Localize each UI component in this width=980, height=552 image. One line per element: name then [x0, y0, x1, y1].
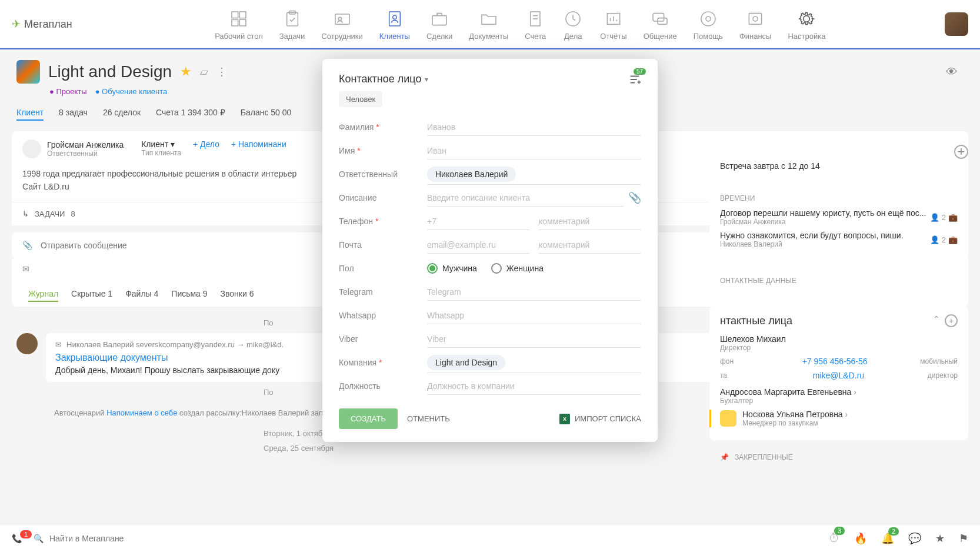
svg-point-24 — [753, 16, 758, 21]
nav-tasks[interactable]: Задачи — [279, 8, 305, 41]
excel-icon: X — [559, 414, 570, 424]
right-panel: + Встреча завтра с 12 до 14 времени Дого… — [709, 153, 968, 467]
modal-title[interactable]: Контактное лицо ▾ — [339, 73, 428, 85]
client-avatar — [16, 60, 40, 84]
nav-desktop[interactable]: Рабочий стол — [215, 8, 263, 41]
clock-icon — [562, 8, 584, 29]
tag-icon[interactable]: ▱ — [200, 65, 208, 78]
tab-bills[interactable]: Счета 1 394 300 ₽ — [156, 108, 225, 121]
comment-icon[interactable]: 💬 — [908, 532, 921, 545]
contact-3-avatar — [720, 410, 736, 427]
email-input[interactable] — [427, 237, 529, 254]
phone-comment-input[interactable] — [539, 213, 641, 230]
tag-education[interactable]: ● Обучение клиента — [95, 87, 168, 96]
import-list-button[interactable]: X ИМПОРТ СПИСКА — [559, 414, 641, 424]
svg-rect-10 — [432, 15, 446, 25]
responsible-name: Гройсман Анжелика — [47, 140, 124, 149]
nav-finance[interactable]: Финансы — [739, 8, 772, 41]
eye-icon[interactable]: 👁 — [946, 65, 958, 79]
email-comment-input[interactable] — [539, 237, 641, 254]
attach-icon[interactable]: 📎 — [22, 241, 32, 250]
tab-hidden[interactable]: Скрытые 1 — [71, 289, 112, 302]
contact-1-name[interactable]: Шелехов Михаил — [720, 334, 958, 344]
position-input[interactable] — [427, 378, 641, 395]
nav-deals[interactable]: Сделки — [426, 8, 452, 41]
client-type[interactable]: Клиент ▾ — [141, 139, 181, 149]
tasks-arrow-icon: ↳ — [22, 210, 29, 218]
collapse-icon[interactable]: ⌃ — [933, 314, 940, 327]
nav-clients[interactable]: Клиенты — [379, 8, 410, 41]
more-icon[interactable]: ⋮ — [216, 65, 227, 78]
firstname-input[interactable] — [427, 142, 641, 159]
pin-icon: 📌 — [720, 453, 729, 461]
viber-input[interactable] — [427, 331, 641, 348]
lastname-input[interactable] — [427, 119, 641, 136]
tab-calls[interactable]: Звонки 6 — [221, 289, 254, 302]
filter-button[interactable]: 57 — [628, 73, 641, 88]
star-bottom-icon[interactable]: ★ — [935, 532, 945, 545]
whatsapp-input[interactable] — [427, 307, 641, 324]
tab-journal[interactable]: Журнал — [28, 289, 58, 302]
contact-3-name[interactable]: Носкова Ульяна Петровна › — [742, 410, 958, 419]
phone-input[interactable] — [427, 213, 529, 230]
svg-rect-2 — [232, 19, 238, 26]
contact-2-name[interactable]: Андросова Маргарита Евгеньевна › — [720, 387, 958, 397]
logo[interactable]: ✈ Мегаплан — [12, 18, 72, 31]
person-icon: 👤 — [930, 213, 939, 222]
telegram-input[interactable] — [427, 284, 641, 301]
global-search-input[interactable] — [49, 534, 528, 543]
tab-tasks[interactable]: 8 задач — [59, 108, 88, 121]
tab-letters[interactable]: Письма 9 — [171, 289, 207, 302]
without-time-item-1[interactable]: Договор перешли нашему юристу, пусть он … — [720, 208, 930, 218]
star-icon[interactable]: ★ — [180, 64, 192, 79]
grid-icon — [228, 8, 249, 29]
add-deal-link[interactable]: + Дело — [193, 139, 219, 149]
cancel-button[interactable]: ОТМЕНИТЬ — [407, 414, 450, 423]
type-chip[interactable]: Человек — [339, 91, 382, 107]
gender-female-radio[interactable]: Женщина — [491, 263, 544, 274]
search-icon: 🔍 — [34, 534, 44, 543]
chart-icon — [603, 8, 624, 29]
email-icon[interactable]: ✉ — [22, 264, 29, 274]
nav-chat[interactable]: Общение — [644, 8, 677, 41]
entry-avatar — [16, 333, 38, 354]
svg-point-7 — [338, 17, 341, 20]
notifications-button[interactable]: 🔔 2 — [881, 532, 894, 545]
add-contact-button[interactable]: + — [945, 314, 958, 327]
fire-icon[interactable]: 🔥 — [854, 532, 867, 545]
nav-bills[interactable]: Счета — [525, 8, 546, 41]
tab-client[interactable]: Клиент — [16, 108, 44, 121]
company-chip[interactable]: Light and Design — [427, 355, 505, 370]
nav-affairs[interactable]: Дела — [562, 8, 584, 41]
nav-settings[interactable]: Настройка — [788, 8, 825, 41]
add-reminder-link[interactable]: + Напоминани — [231, 139, 286, 149]
responsible-chip[interactable]: Николаев Валерий — [427, 167, 516, 182]
contact-phone[interactable]: +7 956 456-56-56 — [749, 357, 920, 366]
description-input[interactable] — [427, 189, 624, 207]
svg-rect-23 — [749, 13, 762, 24]
contact-email[interactable]: mike@L&D.ru — [749, 371, 928, 380]
tag-projects[interactable]: ● Проекты — [49, 87, 87, 96]
nav-documents[interactable]: Документы — [469, 8, 508, 41]
page-title: Light and Design — [48, 62, 172, 81]
create-button[interactable]: СОЗДАТЬ — [339, 408, 398, 429]
nav-reports[interactable]: Отчёты — [600, 8, 626, 41]
attach-button[interactable]: 📎 — [628, 191, 641, 204]
responsible-avatar — [22, 139, 41, 158]
safe-icon — [745, 8, 766, 29]
add-plan-button[interactable]: + — [954, 145, 968, 159]
without-time-item-2[interactable]: Нужно ознакомится, если будут вопросы, п… — [720, 231, 930, 240]
flag-icon[interactable]: ⚑ — [959, 532, 968, 545]
gender-male-radio[interactable]: Мужчина — [427, 263, 477, 274]
nav-help[interactable]: Помощь — [694, 8, 723, 41]
nav-employees[interactable]: Сотрудники — [321, 8, 362, 41]
tab-files[interactable]: Файлы 4 — [125, 289, 158, 302]
phone-button[interactable]: 📞 1 — [12, 534, 22, 543]
nav-items: Рабочий стол Задачи Сотрудники Клиенты С… — [96, 8, 945, 41]
timer-button[interactable]: ⏱ 3 — [828, 531, 840, 545]
tab-deals[interactable]: 26 сделок — [103, 108, 141, 121]
radio-checked-icon — [427, 263, 438, 274]
receipt-icon — [525, 8, 546, 29]
tab-balance[interactable]: Баланс 50 00 — [241, 108, 292, 121]
user-avatar[interactable] — [945, 12, 968, 36]
